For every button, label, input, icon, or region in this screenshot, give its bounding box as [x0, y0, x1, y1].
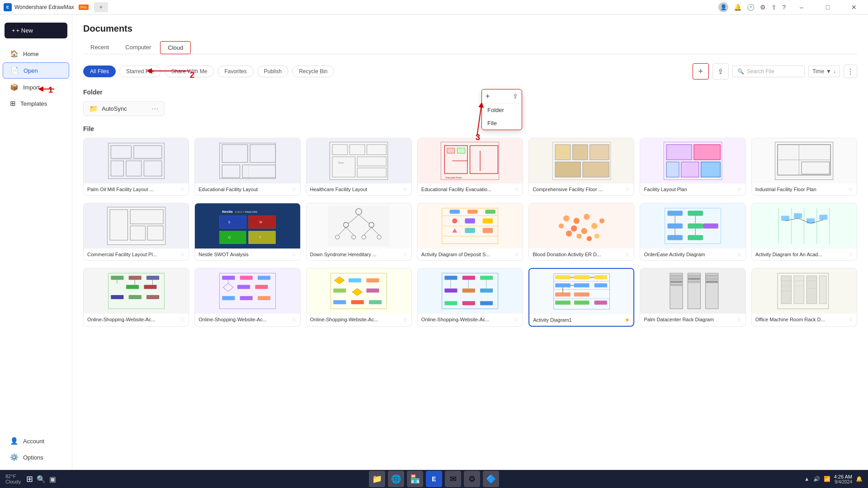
sidebar-item-templates[interactable]: ⊞ Templates: [3, 96, 69, 111]
share-icon[interactable]: ⇪: [771, 4, 777, 11]
taskbar-app-edge[interactable]: 🌐: [388, 471, 404, 487]
file-star-f2[interactable]: ☆: [292, 186, 297, 192]
search-taskbar-icon[interactable]: 🔍: [37, 475, 46, 483]
file-card-f10[interactable]: Down Syndrome Hereditary ... ☆: [306, 203, 412, 261]
file-card-f7[interactable]: Industrial Facility Floor Plan ☆: [751, 138, 857, 196]
file-card-f11[interactable]: Activity Diagram of Deposit S... ☆: [417, 203, 523, 261]
task-view-icon[interactable]: ▣: [49, 475, 56, 483]
file-card-f14[interactable]: Activity Diagram for An Acad... ☆: [751, 203, 857, 261]
popup-folder-item[interactable]: Folder: [482, 103, 522, 117]
taskbar-app-more[interactable]: 🔷: [483, 471, 499, 487]
svg-rect-84: [486, 210, 496, 214]
minimize-button[interactable]: –: [791, 0, 812, 14]
file-star-f5[interactable]: ☆: [625, 186, 630, 192]
file-star-f10[interactable]: ☆: [403, 251, 408, 258]
file-star-f9[interactable]: ☆: [292, 251, 297, 258]
filter-row: All Files Starred File Share With Me Fav…: [83, 63, 857, 80]
notification-tray-icon[interactable]: 🔔: [856, 476, 863, 482]
file-star-f17[interactable]: ☆: [403, 316, 408, 323]
tab-cloud[interactable]: Cloud: [160, 41, 191, 54]
sidebar-item-open[interactable]: 📄 Open: [3, 62, 69, 79]
file-star-f18[interactable]: ☆: [514, 316, 519, 323]
taskbar-app-store[interactable]: 🏪: [407, 471, 423, 487]
tab-recent[interactable]: Recent: [83, 41, 116, 54]
file-card-f1[interactable]: Palm Oil Mill Facility Layout ... ☆: [83, 138, 189, 196]
file-card-f17[interactable]: Online-Shopping-Website-Ac... ☆: [306, 268, 412, 327]
notification-icon[interactable]: 🔔: [734, 4, 741, 11]
file-card-f18[interactable]: Online-Shopping-Website-Ac... ☆: [417, 268, 523, 327]
sidebar-item-account[interactable]: 👤 Account: [3, 433, 69, 449]
help-icon[interactable]: ?: [782, 4, 786, 11]
svg-rect-39: [681, 162, 699, 177]
taskbar-app-settings[interactable]: ⚙: [464, 471, 480, 487]
sidebar-item-import[interactable]: 📦 Import: [3, 80, 69, 95]
file-card-f13[interactable]: OrderEase Activity Diagram ☆: [640, 203, 745, 261]
new-button[interactable]: + + New: [5, 23, 67, 38]
file-star-f20[interactable]: ☆: [737, 316, 742, 323]
filter-publish[interactable]: Publish: [257, 66, 288, 77]
file-star-f13[interactable]: ☆: [737, 251, 742, 258]
file-star-f1[interactable]: ☆: [180, 186, 185, 192]
view-toggle-button[interactable]: ⋮: [844, 65, 857, 78]
file-star-f6[interactable]: ☆: [737, 186, 742, 192]
settings-icon[interactable]: ⚙: [760, 4, 766, 11]
file-card-f6[interactable]: Facility Layout Plan ☆: [640, 138, 745, 196]
file-card-f21[interactable]: Office Machine Room Rack D... ☆: [751, 268, 857, 327]
filter-all-files[interactable]: All Files: [83, 66, 116, 77]
sidebar-item-options[interactable]: ⚙️ Options: [3, 450, 69, 465]
sort-button[interactable]: Time ▼ ↓: [808, 66, 840, 77]
file-info-f8: Commercial Facility Layout Pl... ☆: [84, 249, 189, 260]
clock-icon[interactable]: 🕐: [747, 4, 755, 11]
file-card-f9[interactable]: Nestle S.W.O.T ANALYSIS S W O T: [194, 203, 300, 261]
user-avatar[interactable]: 👤: [718, 2, 728, 12]
svg-rect-1: [111, 145, 131, 158]
filter-starred[interactable]: Starred File: [119, 66, 161, 77]
start-button[interactable]: ⊞: [26, 474, 33, 484]
file-card-f12[interactable]: Blood Donation Activity ER D... ☆: [528, 203, 634, 261]
tab-computer[interactable]: Computer: [118, 41, 158, 54]
close-button[interactable]: ✕: [844, 0, 864, 14]
file-star-f8[interactable]: ☆: [180, 251, 185, 258]
file-card-f3[interactable]: Room Healthcare Facility Layout ☆: [306, 138, 412, 196]
filter-recycle-bin[interactable]: Recycle Bin: [292, 66, 334, 77]
taskbar-app-edraw[interactable]: E: [426, 471, 442, 487]
file-card-f19[interactable]: Activity Diagram1 ★: [528, 268, 634, 327]
window-controls: 👤 🔔 🕐 ⚙ ⇪ ? – □ ✕: [718, 0, 864, 14]
file-star-f12[interactable]: ☆: [625, 251, 630, 258]
svg-rect-160: [367, 278, 379, 282]
grid-view-icon: ⋮: [847, 67, 854, 76]
file-star-f16[interactable]: ☆: [292, 316, 297, 323]
folder-autosync[interactable]: 📁 AutoSync ⋯: [83, 101, 165, 116]
taskbar-app-files[interactable]: 📁: [369, 471, 385, 487]
file-thumb-f1: [84, 138, 189, 183]
file-card-f4[interactable]: Evacuation Route Educational Facility Ev…: [417, 138, 523, 196]
file-thumb-f13: [640, 203, 745, 249]
file-star-f7[interactable]: ☆: [848, 186, 853, 192]
folder-more-icon[interactable]: ⋯: [151, 104, 159, 113]
file-star-f15[interactable]: ☆: [180, 316, 185, 323]
maximize-button[interactable]: □: [817, 0, 838, 14]
new-file-button[interactable]: +: [693, 63, 709, 80]
popup-file-item[interactable]: File: [482, 117, 522, 130]
search-box[interactable]: 🔍 Search File: [732, 66, 805, 77]
tab-add-icon[interactable]: +: [99, 4, 103, 10]
file-card-f15[interactable]: Online-Shopping-Website-Ac... ☆: [83, 268, 189, 327]
file-star-f14[interactable]: ☆: [848, 251, 853, 258]
file-thumb-f5: [529, 138, 634, 183]
popup-export-icon: ⇪: [513, 93, 518, 100]
file-card-f20[interactable]: Palm Datacenter Rack Diagram ☆: [640, 268, 745, 327]
file-card-f5[interactable]: Comprehensive Facility Floor ... ☆: [528, 138, 634, 196]
taskbar-app-mail[interactable]: ✉: [445, 471, 461, 487]
filter-favorites[interactable]: Favorites: [217, 66, 253, 77]
file-star-f21[interactable]: ☆: [848, 316, 853, 323]
file-card-f8[interactable]: Commercial Facility Layout Pl... ☆: [83, 203, 189, 261]
file-star-f11[interactable]: ☆: [514, 251, 519, 258]
filter-share-with-me[interactable]: Share With Me: [165, 66, 214, 77]
sidebar-item-home[interactable]: 🏠 Home: [3, 46, 69, 61]
file-star-f4[interactable]: ☆: [514, 186, 519, 192]
file-card-f16[interactable]: Online-Shopping-Website-Ac... ☆: [194, 268, 300, 327]
file-star-f19[interactable]: ★: [625, 317, 630, 323]
file-star-f3[interactable]: ☆: [403, 186, 408, 192]
file-card-f2[interactable]: Educational Facility Layout ☆: [194, 138, 300, 196]
upload-button[interactable]: ⇪: [712, 63, 729, 80]
